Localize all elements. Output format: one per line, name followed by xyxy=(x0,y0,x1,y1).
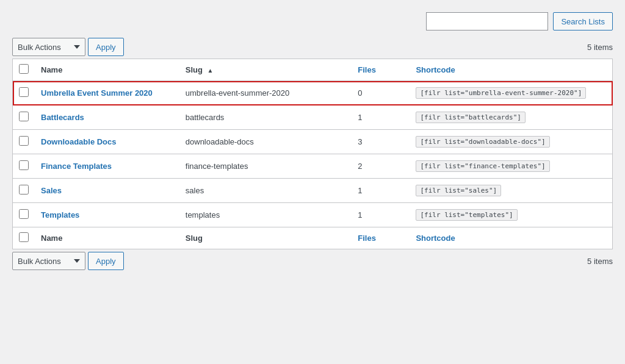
row-files-cell: 1 xyxy=(352,105,410,130)
top-search-bar: Search Lists xyxy=(12,12,613,30)
row-shortcode-cell: [filr list="battlecards"] xyxy=(410,105,612,130)
bulk-actions-select-top[interactable]: Bulk Actions xyxy=(12,38,85,56)
row-shortcode-cell: [filr list="templates"] xyxy=(410,203,612,227)
row-check-cell xyxy=(13,154,35,179)
row-name-cell: Templates xyxy=(35,203,179,227)
footer-check[interactable] xyxy=(13,227,35,249)
bulk-actions-select-bottom[interactable]: Bulk Actions xyxy=(12,252,85,270)
row-files-count: 1 xyxy=(358,113,362,122)
table-row: Battlecardsbattlecards1[filr list="battl… xyxy=(13,105,613,130)
items-count-top: 5 items xyxy=(587,43,613,52)
row-slug-text: finance-templates xyxy=(186,162,248,171)
row-files-count: 2 xyxy=(358,162,362,171)
row-name-cell: Battlecards xyxy=(35,105,179,130)
table-body: Umbrella Event Summer 2020umbrella-event… xyxy=(13,81,613,227)
row-shortcode-badge: [filr list="templates"] xyxy=(416,209,517,221)
apply-button-top[interactable]: Apply xyxy=(88,38,124,56)
row-name-cell: Sales xyxy=(35,179,179,203)
bottom-toolbar: Bulk Actions Apply 5 items xyxy=(12,252,613,270)
row-files-count: 0 xyxy=(358,88,362,98)
header-shortcode: Shortcode xyxy=(410,59,612,81)
row-shortcode-cell: [filr list="downloadable-docs"] xyxy=(410,130,612,154)
row-checkbox[interactable] xyxy=(19,160,29,170)
table-header-row: Name Slug ▲ Files Shortcode xyxy=(13,59,613,81)
row-files-cell: 1 xyxy=(352,179,410,203)
row-checkbox[interactable] xyxy=(19,87,29,97)
row-shortcode-badge: [filr list="finance-templates"] xyxy=(416,160,549,172)
row-shortcode-cell: [filr list="sales"] xyxy=(410,179,612,203)
row-name-link[interactable]: Umbrella Event Summer 2020 xyxy=(41,88,153,98)
row-checkbox[interactable] xyxy=(19,136,29,146)
row-slug-cell: umbrella-event-summer-2020 xyxy=(179,81,352,105)
row-shortcode-cell: [filr list="finance-templates"] xyxy=(410,154,612,179)
apply-button-bottom[interactable]: Apply xyxy=(88,252,124,270)
row-files-cell: 2 xyxy=(352,154,410,179)
header-slug[interactable]: Slug ▲ xyxy=(179,59,352,81)
slug-sort-icon: ▲ xyxy=(208,67,214,74)
table-row: Downloadable Docsdownloadable-docs3[filr… xyxy=(13,130,613,154)
bottom-toolbar-left: Bulk Actions Apply xyxy=(12,252,124,270)
row-slug-text: downloadable-docs xyxy=(186,137,254,146)
table-row: Templatestemplates1[filr list="templates… xyxy=(13,203,613,227)
row-shortcode-badge: [filr list="sales"] xyxy=(416,185,501,196)
search-input[interactable] xyxy=(426,12,548,30)
row-slug-text: battlecards xyxy=(186,113,225,122)
row-slug-text: sales xyxy=(186,186,204,195)
row-slug-cell: sales xyxy=(179,179,352,203)
row-slug-cell: battlecards xyxy=(179,105,352,130)
table-row: Salessales1[filr list="sales"] xyxy=(13,179,613,203)
row-check-cell xyxy=(13,81,35,105)
row-files-cell: 3 xyxy=(352,130,410,154)
footer-slug: Slug xyxy=(179,227,352,249)
row-name-link[interactable]: Sales xyxy=(41,186,62,195)
row-shortcode-badge: [filr list="downloadable-docs"] xyxy=(416,136,549,148)
select-all-checkbox-top[interactable] xyxy=(19,64,29,74)
row-check-cell xyxy=(13,203,35,227)
items-count-bottom: 5 items xyxy=(587,257,613,266)
row-slug-cell: templates xyxy=(179,203,352,227)
row-check-cell xyxy=(13,130,35,154)
row-name-cell: Umbrella Event Summer 2020 xyxy=(35,81,179,105)
header-check[interactable] xyxy=(13,59,35,81)
footer-name: Name xyxy=(35,227,179,249)
footer-files: Files xyxy=(352,227,410,249)
search-button[interactable]: Search Lists xyxy=(553,12,613,30)
footer-shortcode: Shortcode xyxy=(410,227,612,249)
row-slug-text: umbrella-event-summer-2020 xyxy=(186,88,290,98)
top-toolbar: Bulk Actions Apply 5 items xyxy=(12,38,613,56)
row-name-link[interactable]: Templates xyxy=(41,210,79,219)
row-checkbox[interactable] xyxy=(19,112,29,121)
row-name-cell: Downloadable Docs xyxy=(35,130,179,154)
row-name-link[interactable]: Battlecards xyxy=(41,113,84,122)
row-files-cell: 1 xyxy=(352,203,410,227)
row-files-count: 1 xyxy=(358,210,362,219)
row-checkbox[interactable] xyxy=(19,185,29,194)
table-row: Finance Templatesfinance-templates2[filr… xyxy=(13,154,613,179)
header-files[interactable]: Files xyxy=(352,59,410,81)
row-slug-cell: finance-templates xyxy=(179,154,352,179)
row-name-cell: Finance Templates xyxy=(35,154,179,179)
row-name-link[interactable]: Finance Templates xyxy=(41,162,112,171)
header-name: Name xyxy=(35,59,179,81)
row-check-cell xyxy=(13,105,35,130)
table-row: Umbrella Event Summer 2020umbrella-event… xyxy=(13,81,613,105)
row-checkbox[interactable] xyxy=(19,209,29,219)
row-files-cell: 0 xyxy=(352,81,410,105)
page-container: Search Lists Bulk Actions Apply 5 items … xyxy=(12,12,613,270)
top-toolbar-left: Bulk Actions Apply xyxy=(12,38,124,56)
row-slug-text: templates xyxy=(186,210,220,219)
row-shortcode-cell: [filr list="umbrella-event-summer-2020"] xyxy=(410,81,612,105)
row-shortcode-badge: [filr list="battlecards"] xyxy=(416,112,526,123)
row-check-cell xyxy=(13,179,35,203)
row-files-count: 3 xyxy=(358,137,362,146)
row-slug-cell: downloadable-docs xyxy=(179,130,352,154)
row-files-count: 1 xyxy=(358,186,362,195)
lists-table: Name Slug ▲ Files Shortcode Umbrella Eve… xyxy=(12,59,613,249)
table-footer-row: Name Slug Files Shortcode xyxy=(13,227,613,249)
select-all-checkbox-bottom[interactable] xyxy=(19,232,29,242)
row-shortcode-badge: [filr list="umbrella-event-summer-2020"] xyxy=(416,87,586,99)
row-name-link[interactable]: Downloadable Docs xyxy=(41,137,117,146)
